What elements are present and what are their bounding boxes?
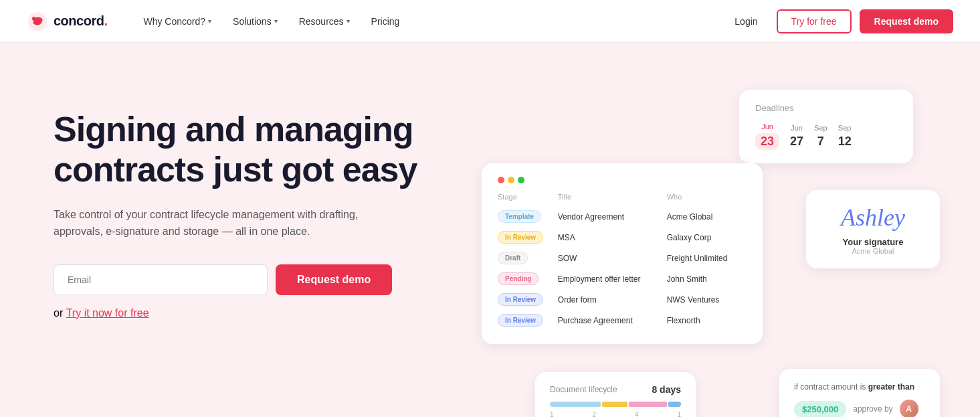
dot-red: [498, 177, 504, 183]
stage-badge: In Review: [498, 314, 543, 327]
lifecycle-title: Document lifecycle: [550, 385, 617, 394]
try-now-link[interactable]: Try it now for free: [66, 307, 149, 319]
avatar: A: [900, 400, 918, 417]
nav-why-concord[interactable]: Why Concord? ▾: [134, 11, 221, 32]
hero-subtitle: Take control of your contract lifecycle …: [54, 206, 375, 240]
table-row: In Review Purchase Agreement Flexnorth: [498, 310, 747, 331]
stage-badge: In Review: [498, 293, 543, 306]
hero-try-text: or Try it now for free: [54, 307, 455, 319]
approval-card: if contract amount is greater than $250,…: [779, 369, 940, 417]
col-title: Title: [558, 193, 667, 206]
col-who: Who: [667, 193, 747, 206]
table-row: In Review MSA Galaxy Corp: [498, 227, 747, 248]
chevron-down-icon: ▾: [347, 17, 350, 25]
lifecycle-card: Document lifecycle 8 days 1 2 4 1: [535, 372, 696, 417]
nav-actions: Login Try for free Request demo: [724, 9, 953, 33]
signature-company: Acme Global: [822, 247, 924, 255]
try-free-button[interactable]: Try for free: [777, 9, 852, 33]
deadline-item-jun27: Jun 27: [790, 124, 803, 149]
hero-title: Signing and managing contracts just got …: [54, 110, 455, 190]
nav-pricing[interactable]: Pricing: [362, 11, 409, 32]
logo-text: concord.: [54, 13, 107, 29]
deadlines-card: Deadlines Jun 23 Jun 27 Sep 7 Sep 12: [739, 90, 913, 163]
stage-badge: Draft: [498, 252, 528, 264]
contracts-card: Stage Title Who Template Vendor Agreemen…: [482, 163, 763, 344]
deadline-item-sep7: Sep 7: [814, 124, 827, 149]
approval-text: if contract amount is greater than: [794, 381, 925, 393]
table-row: Template Vendor Agreement Acme Global: [498, 206, 747, 227]
login-button[interactable]: Login: [724, 11, 768, 32]
hero-request-demo-button[interactable]: Request demo: [276, 264, 392, 295]
svg-point-1: [32, 17, 36, 21]
approval-bottom: $250,000 approve by A: [794, 400, 925, 417]
col-stage: Stage: [498, 193, 558, 206]
hero-left: Signing and managing contracts just got …: [54, 83, 455, 319]
nav-solutions[interactable]: Solutions ▾: [223, 11, 287, 32]
signature-text: Ashley: [822, 203, 924, 232]
stage-badge: Pending: [498, 272, 538, 285]
approval-amount: $250,000: [794, 401, 846, 418]
logo[interactable]: concord.: [27, 11, 107, 32]
signature-label: Your signature: [822, 237, 924, 247]
stage-badge: Template: [498, 210, 541, 223]
email-input[interactable]: [54, 264, 268, 295]
hero-right: Deadlines Jun 23 Jun 27 Sep 7 Sep 12: [482, 83, 953, 417]
bar-seg-4: [668, 402, 681, 407]
bar-seg-3: [629, 402, 667, 407]
hero-form: Request demo: [54, 264, 455, 295]
signature-card: Ashley Your signature Acme Global: [806, 190, 940, 268]
deadlines-title: Deadlines: [755, 103, 897, 113]
lifecycle-days: 8 days: [652, 384, 681, 395]
lifecycle-header: Document lifecycle 8 days: [550, 384, 681, 395]
nav-resources[interactable]: Resources ▾: [290, 11, 359, 32]
window-dots: [498, 177, 747, 183]
deadline-item-jun23: Jun 23: [755, 122, 779, 150]
bar-seg-1: [550, 402, 601, 407]
stage-badge: In Review: [498, 231, 543, 244]
table-row: Pending Employment offer letter John Smi…: [498, 268, 747, 289]
lifecycle-bar: [550, 402, 681, 407]
chevron-down-icon: ▾: [208, 17, 211, 25]
lifecycle-labels: 1 2 4 1: [550, 411, 681, 417]
logo-icon: [27, 11, 48, 32]
nav-links: Why Concord? ▾ Solutions ▾ Resources ▾ P…: [134, 11, 724, 32]
deadline-item-sep12: Sep 12: [838, 124, 852, 149]
dot-yellow: [508, 177, 514, 183]
dot-green: [518, 177, 524, 183]
chevron-down-icon: ▾: [274, 17, 278, 25]
table-row: Draft SOW Freight Unlimited: [498, 248, 747, 268]
hero-section: Signing and managing contracts just got …: [0, 43, 980, 417]
contracts-table: Stage Title Who Template Vendor Agreemen…: [498, 193, 747, 331]
approval-by-label: approve by: [853, 404, 892, 414]
request-demo-nav-button[interactable]: Request demo: [860, 9, 953, 33]
deadlines-dates: Jun 23 Jun 27 Sep 7 Sep 12: [755, 122, 897, 150]
navbar: concord. Why Concord? ▾ Solutions ▾ Reso…: [0, 0, 980, 43]
bar-seg-2: [602, 402, 627, 407]
table-row: In Review Order form NWS Ventures: [498, 289, 747, 310]
